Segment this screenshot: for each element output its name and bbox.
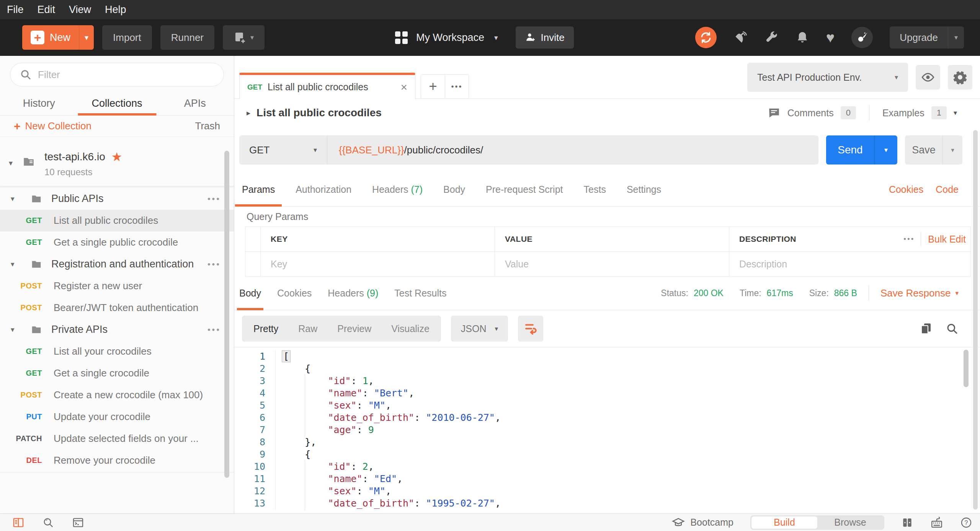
code-scrollbar[interactable]: [964, 350, 969, 387]
request-row-update-selected-fields-on-your[interactable]: PATCHUpdate selected fields on your ...: [0, 428, 234, 450]
view-mode-pretty[interactable]: Pretty: [253, 323, 278, 334]
active-request-tab[interactable]: GET List all public crocodiles ×: [239, 73, 415, 99]
request-row-remove-your-crocodile[interactable]: DELRemove your crocodile: [0, 450, 234, 471]
wrench-icon[interactable]: [765, 31, 779, 44]
sync-button[interactable]: [695, 27, 717, 48]
menu-item-file[interactable]: File: [7, 4, 24, 16]
key-input[interactable]: Key: [261, 252, 495, 276]
tab-authorization[interactable]: Authorization: [296, 173, 351, 206]
main-scrollbar[interactable]: [973, 130, 978, 510]
browse-toggle[interactable]: Browse: [817, 516, 883, 529]
workspace-switcher[interactable]: My Workspace ▾ Invite: [395, 19, 574, 56]
runner-button[interactable]: Runner: [160, 25, 214, 50]
sidebar-scrollbar[interactable]: [224, 151, 229, 478]
sidebar-tab-collections[interactable]: Collections: [78, 92, 156, 115]
comments-button[interactable]: Comments: [787, 108, 834, 119]
view-mode-preview[interactable]: Preview: [337, 323, 371, 334]
new-window-button[interactable]: ▾: [223, 25, 265, 50]
bootcamp-button[interactable]: Bootcamp: [672, 516, 733, 529]
view-mode-visualize[interactable]: Visualize: [391, 323, 430, 334]
avatar[interactable]: [851, 27, 873, 48]
more-options-icon[interactable]: •••: [207, 194, 221, 204]
menu-item-help[interactable]: Help: [105, 4, 126, 16]
wrap-text-button[interactable]: [518, 316, 543, 342]
build-toggle[interactable]: Build: [751, 516, 817, 529]
bulk-edit-link[interactable]: Bulk Edit: [921, 234, 966, 245]
environment-settings-button[interactable]: [948, 65, 972, 90]
tab-settings[interactable]: Settings: [627, 173, 661, 206]
response-tab-headers[interactable]: Headers (9): [328, 277, 378, 310]
import-button[interactable]: Import: [102, 25, 152, 50]
response-tab-body[interactable]: Body: [239, 277, 261, 310]
console-icon[interactable]: [72, 516, 84, 529]
save-response-button[interactable]: Save Response ▾: [880, 287, 959, 299]
save-button[interactable]: Save ▾: [905, 135, 962, 165]
menu-item-edit[interactable]: Edit: [38, 4, 56, 16]
folder-row-public-apis[interactable]: ▾Public APIs•••: [0, 188, 234, 210]
trash-button[interactable]: Trash: [195, 120, 220, 132]
copy-icon[interactable]: [920, 322, 933, 335]
save-options-caret[interactable]: ▾: [942, 135, 962, 165]
chevron-right-icon[interactable]: ▸: [247, 108, 250, 117]
cookies-link[interactable]: Cookies: [889, 184, 923, 195]
new-collection-button[interactable]: + New Collection: [14, 120, 91, 133]
new-button-main[interactable]: + New: [22, 25, 79, 50]
add-tab-button[interactable]: +: [421, 75, 445, 98]
tab-params[interactable]: Params: [242, 173, 275, 206]
help-icon[interactable]: ?: [960, 516, 972, 529]
environment-quicklook-button[interactable]: [916, 65, 940, 90]
more-options-icon[interactable]: •••: [207, 325, 221, 335]
satellite-icon[interactable]: [733, 30, 748, 45]
request-row-get-a-single-crocodile[interactable]: GETGet a single crocodile: [0, 362, 234, 384]
search-icon[interactable]: [42, 516, 54, 529]
method-select[interactable]: GET ▾: [239, 135, 327, 165]
upgrade-caret-icon[interactable]: ▾: [948, 26, 964, 49]
environment-selector[interactable]: Test API Production Env. ▾: [747, 63, 908, 92]
examples-button[interactable]: Examples: [882, 108, 924, 119]
keyboard-shortcuts-icon[interactable]: [930, 516, 943, 529]
value-input[interactable]: Value: [495, 252, 729, 276]
search-icon[interactable]: [946, 322, 959, 335]
close-tab-icon[interactable]: ×: [400, 81, 407, 94]
sidebar-tab-history[interactable]: History: [0, 92, 78, 115]
tab-headers[interactable]: Headers (7): [372, 173, 423, 206]
more-options-icon[interactable]: •••: [897, 235, 921, 243]
response-body-viewer[interactable]: 1[2{3"id": 1,4"name": "Bert",5"sex": "M"…: [234, 347, 980, 513]
request-row-list-all-your-crocodiles[interactable]: GETList all your crocodiles: [0, 340, 234, 362]
request-row-update-your-crocodile[interactable]: PUTUpdate your crocodile: [0, 406, 234, 428]
filter-input[interactable]: [38, 69, 214, 81]
toggle-sidebar-icon[interactable]: [12, 516, 24, 529]
filter-box[interactable]: [10, 63, 224, 86]
request-row-list-all-public-crocodiles[interactable]: GETList all public crocodiles: [0, 210, 234, 231]
collection-header[interactable]: ▾ test-api.k6.io ★ 10 requests: [0, 147, 234, 186]
response-format-select[interactable]: JSON ▾: [451, 316, 508, 342]
description-input[interactable]: Description: [729, 252, 894, 276]
star-icon[interactable]: ★: [111, 151, 122, 163]
heart-icon[interactable]: ♥: [826, 30, 835, 45]
response-tab-cookies[interactable]: Cookies: [277, 277, 312, 310]
request-row-get-a-single-public-crocodile[interactable]: GETGet a single public crocodile: [0, 231, 234, 253]
invite-button[interactable]: Invite: [516, 26, 574, 49]
bell-icon[interactable]: [795, 31, 809, 44]
tab-options-button[interactable]: •••: [445, 75, 469, 98]
new-button[interactable]: + New ▾: [22, 25, 94, 50]
folder-row-registration-and-authentication[interactable]: ▾Registration and authentication•••: [0, 253, 234, 275]
tab-tests[interactable]: Tests: [584, 173, 606, 206]
request-row-bearer-jwt-token-authentication[interactable]: POSTBearer/JWT token authentication: [0, 297, 234, 319]
send-options-caret[interactable]: ▾: [874, 135, 897, 165]
code-link[interactable]: Code: [936, 184, 959, 195]
sidebar-tab-apis[interactable]: APIs: [156, 92, 234, 115]
chevron-down-icon[interactable]: ▾: [0, 151, 21, 178]
new-dropdown-caret[interactable]: ▾: [79, 25, 94, 50]
tab-pre-request-script[interactable]: Pre-request Script: [486, 173, 563, 206]
send-button[interactable]: Send ▾: [826, 135, 897, 165]
request-row-create-a-new-crocodile-max-100[interactable]: POSTCreate a new crocodile (max 100): [0, 384, 234, 406]
response-tab-test-results[interactable]: Test Results: [394, 277, 446, 310]
request-row-register-a-new-user[interactable]: POSTRegister a new user: [0, 275, 234, 297]
url-input[interactable]: {{BASE_URL}}/public/crocodiles/: [327, 135, 818, 165]
view-mode-raw[interactable]: Raw: [298, 323, 317, 334]
menu-item-view[interactable]: View: [69, 4, 91, 16]
upgrade-button[interactable]: Upgrade ▾: [890, 26, 964, 49]
chevron-down-icon[interactable]: ▾: [954, 109, 957, 117]
more-options-icon[interactable]: •••: [207, 259, 221, 269]
